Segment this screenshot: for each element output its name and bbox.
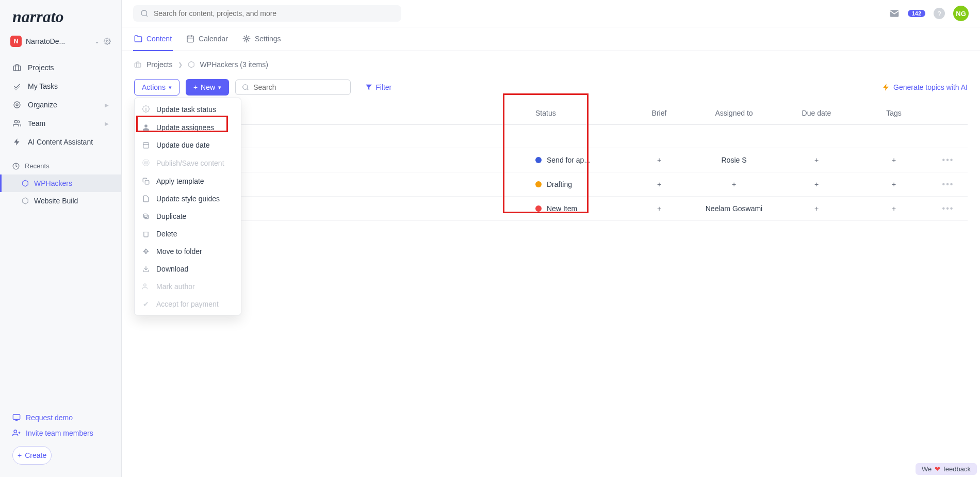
sidebar: narrato N NarratoDe... ⌄ Projects My Tas… — [0, 0, 122, 477]
dd-move-to-folder[interactable]: ✥Move to folder — [135, 243, 241, 260]
row-status[interactable]: Send for ap... — [535, 156, 628, 164]
row-due-add[interactable]: + — [778, 180, 855, 188]
row-tags-add[interactable]: + — [855, 204, 933, 213]
mail-icon[interactable] — [889, 8, 900, 19]
row-assigned[interactable]: Rosie S — [690, 156, 778, 164]
row-assigned-add[interactable]: + — [690, 180, 778, 188]
dd-update-assignees[interactable]: Update assignees — [135, 119, 241, 136]
chevron-right-icon: ❯ — [178, 61, 183, 68]
monitor-icon — [12, 414, 21, 422]
sidebar-item-projects[interactable]: Projects — [0, 58, 121, 77]
col-tags[interactable]: Tags — [855, 109, 933, 117]
copy-icon — [142, 178, 150, 185]
row-tags-add[interactable]: + — [855, 156, 933, 164]
actions-dropdown: ⓘUpdate task status Update assignees Upd… — [134, 98, 241, 315]
topbar: 142 ? NG — [122, 0, 980, 27]
table-row[interactable]: New Item + Neelam Goswami + + ••• — [134, 197, 968, 221]
svg-point-18 — [246, 38, 248, 40]
dd-update-task-status[interactable]: ⓘUpdate task status — [135, 100, 241, 119]
content-search-input[interactable] — [253, 83, 344, 91]
status-dot — [535, 157, 542, 163]
sidebar-item-my-tasks[interactable]: My Tasks — [0, 77, 121, 96]
table-row[interactable]: ing Drafting + + + + ••• — [134, 172, 968, 197]
box-icon — [22, 180, 29, 187]
row-brief-add[interactable]: + — [628, 156, 690, 164]
col-due[interactable]: Due date — [778, 109, 855, 117]
invite-team-link[interactable]: Invite team members — [0, 425, 121, 441]
svg-rect-1 — [13, 66, 20, 71]
row-due-add[interactable]: + — [778, 156, 855, 164]
tab-settings[interactable]: Settings — [241, 27, 282, 51]
dd-duplicate[interactable]: Duplicate — [135, 208, 241, 225]
dd-download[interactable]: Download — [135, 260, 241, 278]
row-assigned[interactable]: Neelam Goswami — [690, 204, 778, 213]
col-brief[interactable]: Brief — [628, 109, 690, 117]
svg-point-3 — [14, 102, 20, 108]
content-toolbar: Actions ▾ ⓘUpdate task status Update ass… — [134, 79, 968, 96]
svg-rect-14 — [187, 36, 193, 42]
user-check-icon — [142, 283, 150, 290]
box-icon — [22, 197, 29, 204]
col-assigned[interactable]: Assigned to — [690, 109, 778, 117]
move-icon: ✥ — [142, 247, 150, 256]
actions-button[interactable]: Actions ▾ — [134, 79, 179, 96]
recent-item-wphackers[interactable]: WPHackers — [0, 174, 121, 192]
sidebar-item-ai-assistant[interactable]: AI Content Assistant — [0, 133, 121, 151]
col-status[interactable]: Status — [535, 109, 628, 117]
row-due-add[interactable]: + — [778, 204, 855, 213]
global-search[interactable] — [133, 5, 401, 22]
user-avatar[interactable]: NG — [953, 6, 969, 21]
heart-icon: ❤ — [935, 465, 940, 473]
notification-badge[interactable]: 142 — [908, 10, 925, 17]
feedback-widget[interactable]: We ❤ feedback — [916, 463, 977, 475]
users-icon — [12, 119, 22, 128]
sidebar-item-organize[interactable]: Organize ▶ — [0, 96, 121, 114]
briefcase-icon — [134, 61, 141, 68]
content-table: Status Brief Assigned to Due date Tags ▾… — [134, 102, 968, 221]
row-brief-add[interactable]: + — [628, 180, 690, 188]
tab-content[interactable]: Content — [133, 27, 173, 51]
dd-update-style-guides[interactable]: Update style guides — [135, 190, 241, 208]
table-category-row[interactable]: ▾ Uncategorized — [134, 125, 968, 148]
sidebar-item-team[interactable]: Team ▶ — [0, 114, 121, 133]
bolt-icon — [12, 137, 22, 147]
chevron-down-icon: ▾ — [169, 84, 172, 91]
row-status[interactable]: Drafting — [535, 180, 628, 188]
new-button[interactable]: + New ▾ — [186, 79, 229, 96]
request-demo-link[interactable]: Request demo — [0, 410, 121, 425]
row-more-icon[interactable]: ••• — [933, 204, 963, 213]
filter-button[interactable]: Filter — [365, 83, 391, 91]
table-row[interactable]: Hackers Send for ap... + Rosie S + + ••• — [134, 148, 968, 172]
workspace-selector[interactable]: N NarratoDe... ⌄ — [0, 30, 121, 52]
content-search[interactable] — [235, 80, 351, 95]
breadcrumb-root[interactable]: Projects — [146, 60, 173, 69]
dd-delete[interactable]: Delete — [135, 225, 241, 243]
tab-calendar[interactable]: Calendar — [185, 27, 229, 51]
caret-right-icon: ▶ — [105, 121, 109, 126]
create-button[interactable]: + Create — [12, 446, 52, 465]
status-dot — [535, 181, 542, 187]
main-tabs: Content Calendar Settings — [122, 27, 980, 51]
help-icon[interactable]: ? — [934, 8, 945, 19]
svg-point-12 — [141, 10, 147, 16]
row-more-icon[interactable]: ••• — [933, 155, 963, 165]
dd-apply-template[interactable]: Apply template — [135, 172, 241, 190]
trash-icon — [142, 230, 150, 237]
row-status[interactable]: New Item — [535, 204, 628, 213]
recent-item-website-build[interactable]: Website Build — [0, 192, 121, 210]
app-logo[interactable]: narrato — [0, 0, 121, 30]
row-brief-add[interactable]: + — [628, 204, 690, 213]
search-icon — [140, 9, 149, 18]
dd-update-due-date[interactable]: Update due date — [135, 136, 241, 154]
row-tags-add[interactable]: + — [855, 180, 933, 188]
gear-icon[interactable] — [104, 38, 111, 45]
svg-point-26 — [144, 284, 146, 287]
global-search-input[interactable] — [154, 9, 394, 18]
status-dot — [535, 205, 542, 212]
row-more-icon[interactable]: ••• — [933, 180, 963, 189]
main-content: 142 ? NG Content Calendar Settings Proje… — [122, 0, 980, 477]
svg-line-13 — [146, 15, 148, 17]
generate-topics-ai-link[interactable]: Generate topics with AI — [882, 83, 968, 91]
sidebar-item-label: Organize — [28, 101, 57, 109]
caret-right-icon: ▶ — [105, 102, 109, 108]
